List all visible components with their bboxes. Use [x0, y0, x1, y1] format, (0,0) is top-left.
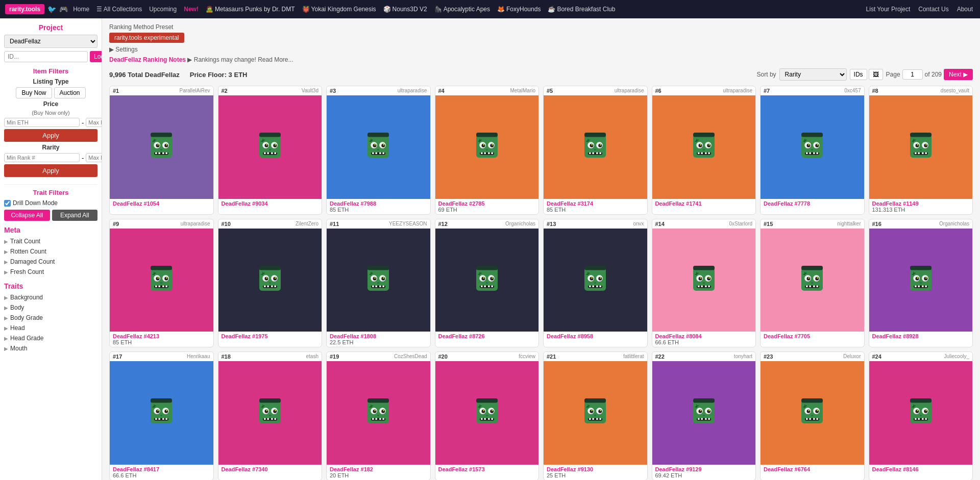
svg-rect-135 — [160, 282, 162, 284]
nft-owner: Juliecooly_ — [944, 353, 969, 360]
buy-now-button[interactable]: Buy Now — [16, 87, 52, 98]
twitter-icon[interactable]: 🐦 — [47, 5, 56, 13]
nav-new[interactable]: New! — [182, 6, 201, 13]
nav-collection-yokai[interactable]: 👹 Yokai Kingdom Genesis — [300, 6, 378, 13]
trait-item-head-grade[interactable]: ▶ Head Grade — [4, 333, 97, 343]
meta-item-fresh-count[interactable]: ▶ Fresh Count — [4, 267, 97, 277]
svg-rect-90 — [701, 153, 703, 155]
auction-button[interactable]: Auction — [54, 87, 86, 98]
nav-collection-foxyhounds[interactable]: 🦊 FoxyHounds — [495, 6, 543, 13]
nft-card-header: #12 Organicholas — [435, 219, 539, 229]
trait-item-body-grade[interactable]: ▶ Body Grade — [4, 313, 97, 323]
image-view-button[interactable]: 🖼 — [869, 69, 883, 80]
nft-image — [652, 361, 756, 465]
nft-image — [218, 229, 322, 332]
svg-rect-41 — [372, 153, 374, 155]
nft-card[interactable]: #11 YEEZYSEASON — [326, 219, 431, 348]
nav-upcoming[interactable]: Upcoming — [147, 6, 179, 13]
nft-card[interactable]: #16 Organicholas — [869, 219, 973, 348]
collapse-all-button[interactable]: Collapse All — [4, 210, 50, 221]
nft-card-footer: DeadFellaz #8417 66.6 ETH — [110, 465, 213, 480]
nft-card[interactable]: #2 Vault3d — [218, 86, 323, 215]
svg-rect-15 — [151, 133, 172, 137]
nft-card[interactable]: #22 tonyhart — [652, 351, 756, 480]
svg-rect-346 — [701, 418, 703, 420]
svg-point-214 — [708, 277, 710, 279]
discord-icon[interactable]: 🎮 — [59, 5, 68, 13]
nft-card[interactable]: #21 fatlittlerat — [543, 351, 648, 480]
nft-card-footer: DeadFellaz #1054 — [110, 199, 213, 208]
trait-item-mouth[interactable]: ▶ Mouth — [4, 343, 97, 353]
meta-item-rotten-count[interactable]: ▶ Rotten Count — [4, 246, 97, 257]
apply-rarity-button[interactable]: Apply — [4, 164, 97, 177]
nft-card[interactable]: #14 0xStarlord — [652, 219, 756, 348]
trait-item-background[interactable]: ▶ Background — [4, 292, 97, 302]
nav-collection-metasaurs[interactable]: 🧟 Metasaurs Punks by Dr. DMT — [204, 6, 297, 13]
max-rank-input[interactable] — [86, 153, 102, 162]
nav-collection-nouns3d[interactable]: 🎲 Nouns3D V2 — [381, 6, 429, 13]
svg-rect-185 — [481, 285, 483, 287]
nft-rank: #14 — [655, 221, 665, 227]
nft-card[interactable]: #5 ultraparadise — [543, 86, 648, 215]
svg-rect-223 — [693, 266, 715, 270]
svg-rect-10 — [159, 153, 161, 155]
read-more-link[interactable]: Rankings may change! Read More... — [194, 56, 293, 63]
price-range-row: - — [4, 118, 97, 127]
nav-collection-breakfast[interactable]: ☕ Bored Breakfast Club — [546, 6, 617, 13]
nft-name: DeadFellaz #1573 — [438, 466, 536, 472]
nav-contact[interactable]: Contact Us — [916, 6, 950, 13]
min-eth-input[interactable] — [4, 118, 80, 127]
lookup-button[interactable]: Lookup — [90, 51, 102, 62]
settings-link[interactable]: ▶ Settings — [109, 46, 973, 53]
nft-card[interactable]: #17 Henrikaau — [109, 351, 214, 480]
nft-card-header: #24 Juliecooly_ — [869, 352, 973, 361]
nft-card[interactable]: #23 Deluxor — [760, 351, 865, 480]
logo[interactable]: rarity.tools — [5, 4, 44, 14]
max-eth-input[interactable] — [86, 118, 102, 127]
expand-all-button[interactable]: Expand All — [52, 210, 98, 221]
nft-card[interactable]: #6 ultraparadise — [652, 86, 756, 215]
nft-card[interactable]: #19 CozShesDead — [326, 351, 431, 480]
trait-item-head[interactable]: ▶ Head — [4, 323, 97, 333]
trait-item-body[interactable]: ▶ Body — [4, 302, 97, 313]
ranking-badge[interactable]: rarity.tools experimental — [109, 33, 184, 43]
apply-price-button[interactable]: Apply — [4, 129, 97, 142]
nft-card[interactable]: #8 dsesto_vault — [869, 86, 973, 215]
drill-down-checkbox[interactable] — [4, 200, 11, 207]
svg-rect-351 — [693, 398, 715, 402]
nft-owner: ultraparadise — [615, 88, 644, 94]
nft-card[interactable]: #12 Organicholas — [435, 219, 540, 348]
meta-item-damaged-count[interactable]: ▶ Damaged Count — [4, 257, 97, 267]
nav-home[interactable]: Home — [71, 6, 91, 13]
nav-all-collections[interactable]: ☰ All Collections — [94, 6, 144, 13]
nft-card[interactable]: #3 ultraparadise — [326, 86, 431, 215]
nft-card[interactable]: #15 nighttalker — [760, 219, 865, 348]
nft-card[interactable]: #20 fccview — [435, 351, 540, 480]
nav-collection-apes[interactable]: 🦍 Apocalyptic Apes — [432, 6, 492, 13]
price-note: (Buy Now only) — [4, 110, 97, 116]
nft-card[interactable]: #18 etash — [218, 351, 323, 480]
nav-list-project[interactable]: List Your Project — [864, 6, 913, 13]
nft-card[interactable]: #9 ultraparadise — [109, 219, 214, 348]
nft-rank: #2 — [222, 88, 228, 94]
meta-item-trait-count[interactable]: ▶ Trait Count — [4, 236, 97, 246]
sort-select[interactable]: Rarity Price: Low to High Price: High to… — [779, 68, 847, 81]
nft-card[interactable]: #1 ParallelAiRev — [109, 86, 214, 215]
svg-rect-140 — [166, 285, 168, 287]
nft-card[interactable]: #10 ZilentZero — [218, 219, 323, 348]
next-page-button[interactable]: Next ▶ — [944, 69, 973, 80]
id-input[interactable] — [4, 51, 88, 62]
nft-card[interactable]: #13 onvx — [543, 219, 648, 348]
nft-owner: ParallelAiRev — [179, 88, 210, 94]
page-input[interactable] — [902, 69, 923, 80]
min-rank-input[interactable] — [4, 153, 80, 162]
ranking-notes-link[interactable]: DeadFellaz Ranking Notes — [109, 56, 186, 63]
ids-view-button[interactable]: IDs — [850, 69, 867, 80]
nav-about[interactable]: About — [955, 6, 975, 13]
nft-card[interactable]: #7 0xc457 — [760, 86, 865, 215]
nft-owner: ultraparadise — [181, 221, 210, 227]
nft-card[interactable]: #24 Juliecooly_ — [869, 351, 973, 480]
project-select[interactable]: DeadFellaz — [4, 35, 97, 48]
nft-card[interactable]: #4 MetalMario — [435, 86, 540, 215]
svg-rect-44 — [383, 153, 385, 155]
